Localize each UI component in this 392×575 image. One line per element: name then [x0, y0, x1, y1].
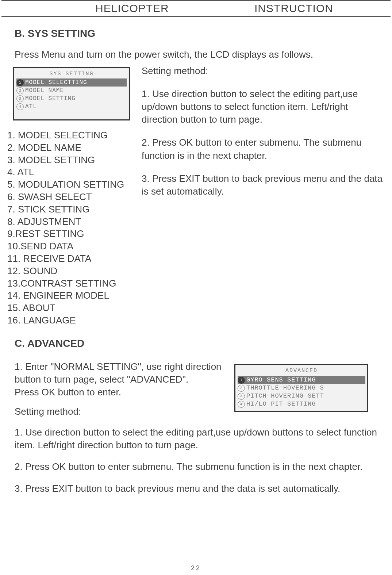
page-number: 22: [191, 564, 201, 572]
lcd-title: SYS SETTING: [16, 71, 127, 77]
list-item: 7. STICK SETTING: [7, 203, 138, 216]
list-item: 13.CONTRAST SETTING: [7, 277, 138, 290]
lcd-index: 3: [16, 95, 24, 102]
sys-setting-list: 1. MODEL SELECTING 2. MODEL NAME 3. MODE…: [7, 129, 138, 327]
list-item: 2. MODEL NAME: [7, 142, 138, 154]
list-item: 12. SOUND: [7, 265, 138, 277]
list-item: 11. RECEIVE DATA: [7, 253, 138, 265]
lcd-label: ATL: [25, 103, 127, 110]
setting-method-title: Setting method:: [142, 65, 385, 77]
lcd-index: 4: [238, 401, 245, 408]
setting-method-step: 1. Use direction button to select the ed…: [142, 88, 385, 126]
lcd-advanced: ADVANCED 1 GYRO SENS SETTING 2 THROTTLE …: [234, 364, 368, 412]
list-item: 8. ADJUSTMENT: [7, 216, 138, 228]
setting-method-step: 2. Press OK button to enter submenu. The…: [15, 460, 377, 473]
list-item: 3. MODEL SETTING: [7, 154, 138, 166]
setting-method-step: 3. Press EXIT button to back previous me…: [142, 172, 385, 198]
list-item: 9.REST SETTING: [7, 228, 138, 240]
list-item: 5. MODULATION SETTING: [7, 179, 138, 191]
lcd-row: 4 ATL: [16, 103, 127, 111]
list-item: 14. ENGINEER MODEL: [7, 290, 138, 302]
lcd-sys-setting: SYS SETTING 1 MODEL SELECTTING 2 MODEL N…: [13, 67, 130, 120]
lcd-index: 4: [16, 103, 24, 110]
lcd-row: 4 HI/LO PIT SETTING: [238, 400, 365, 408]
page-header: HELICOPTER INSTRUCTION: [1, 0, 391, 17]
list-item: 15. ABOUT: [7, 302, 138, 314]
lcd-index: 3: [238, 393, 245, 400]
setting-method-step: 3. Press EXIT button to back previous me…: [15, 482, 377, 495]
lcd-label: MODEL SELECTTING: [25, 79, 127, 86]
header-left: HELICOPTER: [44, 2, 169, 15]
lcd-label: MODEL SETTING: [25, 95, 127, 102]
setting-method-step: 2. Press OK button to enter submenu. The…: [142, 136, 385, 162]
lcd-title: ADVANCED: [238, 367, 365, 375]
header-right: INSTRUCTION: [254, 2, 348, 15]
lcd-label: THROTTLE HOVERING S: [246, 384, 365, 392]
lcd-index: 2: [238, 385, 245, 392]
lcd-row: 1 GYRO SENS SETTING: [238, 376, 365, 384]
list-item: 10.SEND DATA: [7, 240, 138, 253]
list-item: 16. LANGUAGE: [7, 314, 138, 327]
list-item: 4. ATL: [7, 166, 138, 179]
lcd-label: MODEL NAME: [25, 87, 127, 94]
lcd-row: 3 PITCH HOVERING SETT: [238, 392, 365, 400]
lcd-label: GYRO SENS SETTING: [246, 376, 365, 384]
list-item: 1. MODEL SELECTING: [7, 129, 138, 142]
setting-method-step: 1. Use direction button to select the ed…: [15, 426, 377, 452]
lcd-row: 3 MODEL SETTING: [16, 95, 127, 103]
lcd-row: 2 THROTTLE HOVERING S: [238, 384, 365, 392]
lcd-label: HI/LO PIT SETTING: [246, 400, 365, 409]
lcd-index: 1: [16, 79, 24, 86]
lcd-row: 2 MODEL NAME: [16, 87, 127, 95]
lcd-label: PITCH HOVERING SETT: [246, 392, 365, 400]
lcd-index: 2: [16, 87, 24, 94]
list-item: 6. SWASH SELECT: [7, 191, 138, 203]
lcd-row: 1 MODEL SELECTTING: [16, 78, 127, 87]
section-b-title: B. SYS SETTING: [15, 28, 392, 39]
section-c-title: C. ADVANCED: [15, 338, 392, 349]
section-b-intro: Press Menu and turn on the power switch,…: [15, 48, 377, 61]
lcd-index: 1: [238, 377, 245, 384]
